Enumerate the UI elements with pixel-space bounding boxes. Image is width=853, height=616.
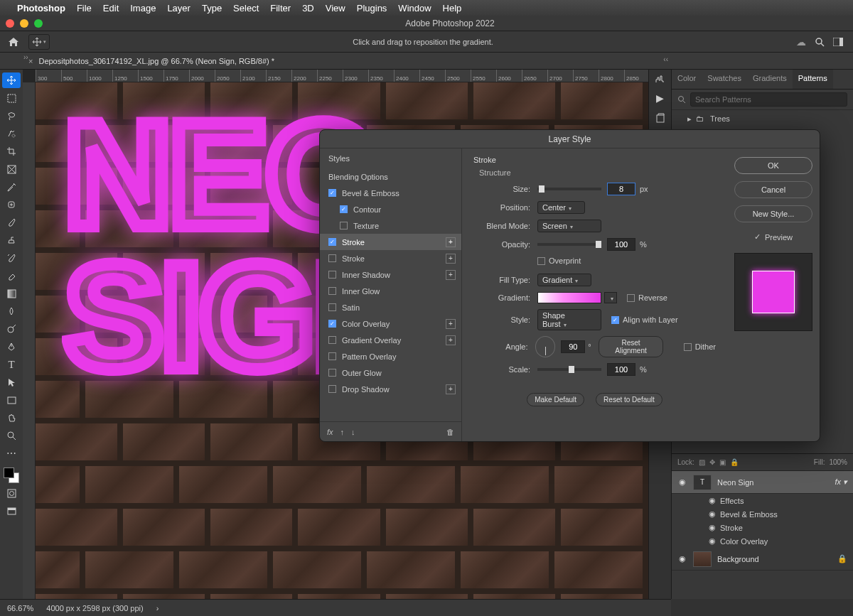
home-button[interactable] xyxy=(4,34,23,50)
style-row-inner-glow[interactable]: Inner Glow xyxy=(320,283,461,299)
size-input[interactable] xyxy=(607,183,635,195)
effect-bevel[interactable]: ◉Bevel & Emboss xyxy=(672,507,853,521)
add-effect-icon[interactable]: + xyxy=(446,384,456,394)
menu-help[interactable]: Help xyxy=(443,3,462,13)
workspace-switcher-icon[interactable] xyxy=(833,38,843,46)
align-checkbox[interactable]: ✓ xyxy=(611,316,619,324)
tab-patterns[interactable]: Patterns xyxy=(793,70,833,89)
lock-position-icon[interactable]: ✥ xyxy=(709,458,715,466)
make-default-button[interactable]: Make Default xyxy=(527,393,584,406)
gradient-picker[interactable] xyxy=(537,292,601,303)
clone-stamp-tool[interactable] xyxy=(2,232,21,248)
status-chevron-icon[interactable]: › xyxy=(156,604,159,612)
move-down-icon[interactable]: ↓ xyxy=(351,428,355,436)
style-select[interactable]: Shape Burst xyxy=(537,309,601,330)
style-row-bevel-emboss[interactable]: ✓Bevel & Emboss xyxy=(320,185,461,201)
collapse-panels-icon[interactable]: ‹‹ xyxy=(663,55,668,63)
close-tab-icon[interactable]: × xyxy=(28,57,33,65)
style-checkbox[interactable] xyxy=(328,303,336,311)
effect-color-overlay[interactable]: ◉Color Overlay xyxy=(672,534,853,548)
angle-dial[interactable] xyxy=(535,336,556,357)
style-row-pattern-overlay[interactable]: Pattern Overlay xyxy=(320,348,461,364)
type-tool[interactable]: T xyxy=(2,357,21,372)
menu-image[interactable]: Image xyxy=(130,3,156,13)
menu-view[interactable]: View xyxy=(326,3,345,13)
reverse-checkbox[interactable] xyxy=(627,294,635,302)
style-row-stroke[interactable]: Stroke+ xyxy=(320,250,461,266)
search-patterns-input[interactable] xyxy=(690,92,847,107)
color-swatches[interactable] xyxy=(4,468,19,483)
size-slider[interactable] xyxy=(537,188,601,190)
style-checkbox[interactable]: ✓ xyxy=(328,320,336,328)
move-up-icon[interactable]: ↑ xyxy=(340,428,345,436)
style-row-satin[interactable]: Satin xyxy=(320,299,461,315)
healing-brush-tool[interactable] xyxy=(2,197,21,212)
blur-tool[interactable] xyxy=(2,303,21,319)
style-checkbox[interactable] xyxy=(328,336,336,344)
libraries-panel-icon[interactable] xyxy=(655,112,665,124)
effects-header[interactable]: ◉Effects xyxy=(672,494,853,507)
style-checkbox[interactable]: ✓ xyxy=(328,189,336,197)
tab-gradients[interactable]: Gradients xyxy=(747,70,793,89)
opacity-slider[interactable] xyxy=(537,243,601,246)
pen-tool[interactable] xyxy=(2,339,21,355)
menu-3d[interactable]: 3D xyxy=(302,3,314,13)
document-tab[interactable]: × Depositphotos_306174192_XL.jpg @ 66.7%… xyxy=(0,53,853,70)
style-checkbox[interactable] xyxy=(328,369,336,377)
style-row-inner-shadow[interactable]: Inner Shadow+ xyxy=(320,266,461,283)
add-effect-icon[interactable]: + xyxy=(446,319,456,329)
fill-value[interactable]: 100% xyxy=(829,458,847,466)
styles-header[interactable]: Styles xyxy=(320,148,461,168)
style-checkbox[interactable] xyxy=(328,254,336,262)
lock-artboard-icon[interactable]: ▣ xyxy=(719,458,726,466)
overprint-checkbox[interactable] xyxy=(537,257,545,265)
minimize-window-icon[interactable] xyxy=(20,19,28,28)
rectangle-tool[interactable] xyxy=(2,392,21,408)
style-checkbox[interactable] xyxy=(328,287,336,295)
zoom-tool[interactable] xyxy=(2,428,21,443)
fx-menu-icon[interactable]: fx xyxy=(327,428,333,436)
history-brush-tool[interactable] xyxy=(2,250,21,266)
move-tool[interactable] xyxy=(2,72,21,88)
cancel-button[interactable]: Cancel xyxy=(734,181,812,198)
menu-filter[interactable]: Filter xyxy=(270,3,291,13)
eraser-tool[interactable] xyxy=(2,268,21,283)
path-selection-tool[interactable] xyxy=(2,374,21,390)
close-window-icon[interactable] xyxy=(6,19,14,28)
app-menu[interactable]: Photoshop xyxy=(17,3,65,13)
search-icon[interactable] xyxy=(815,37,825,47)
tab-color[interactable]: Color xyxy=(672,70,702,89)
menu-layer[interactable]: Layer xyxy=(167,3,191,13)
style-row-outer-glow[interactable]: Outer Glow xyxy=(320,364,461,381)
ok-button[interactable]: OK xyxy=(734,157,812,174)
visibility-toggle-icon[interactable]: ◉ xyxy=(677,477,687,487)
actions-panel-icon[interactable]: ▶ xyxy=(656,92,664,104)
marquee-tool[interactable] xyxy=(2,90,21,106)
effect-stroke[interactable]: ◉Stroke xyxy=(672,521,853,534)
trash-icon[interactable]: 🗑 xyxy=(446,428,454,436)
style-row-contour[interactable]: ✓Contour xyxy=(320,201,461,217)
position-select[interactable]: Center xyxy=(537,201,585,214)
lock-pixels-icon[interactable]: ▨ xyxy=(699,458,705,466)
blending-options-row[interactable]: Blending Options xyxy=(320,168,461,185)
layer-background[interactable]: ◉ Background 🔒 xyxy=(672,548,853,571)
vertical-ruler[interactable] xyxy=(23,82,36,599)
toolbar-more-icon[interactable]: ⋯ xyxy=(2,445,21,461)
reset-alignment-button[interactable]: Reset Alignment xyxy=(599,336,664,357)
add-effect-icon[interactable]: + xyxy=(446,335,456,345)
style-checkbox[interactable] xyxy=(328,352,336,360)
fx-icon[interactable]: fx ▾ xyxy=(835,477,847,487)
add-effect-icon[interactable]: + xyxy=(446,270,456,280)
angle-input[interactable] xyxy=(561,340,585,353)
dither-checkbox[interactable] xyxy=(684,343,692,351)
style-row-color-overlay[interactable]: ✓Color Overlay+ xyxy=(320,315,461,332)
style-row-stroke[interactable]: ✓Stroke+ xyxy=(320,234,461,250)
menu-window[interactable]: Window xyxy=(398,3,431,13)
brush-tool[interactable] xyxy=(2,215,21,230)
style-row-drop-shadow[interactable]: Drop Shadow+ xyxy=(320,381,461,397)
scale-slider[interactable] xyxy=(537,368,601,371)
cloud-account-icon[interactable]: ☁ xyxy=(796,36,806,48)
gradient-dropdown-icon[interactable] xyxy=(604,292,617,303)
menu-edit[interactable]: Edit xyxy=(103,3,119,13)
style-row-texture[interactable]: Texture xyxy=(320,217,461,234)
